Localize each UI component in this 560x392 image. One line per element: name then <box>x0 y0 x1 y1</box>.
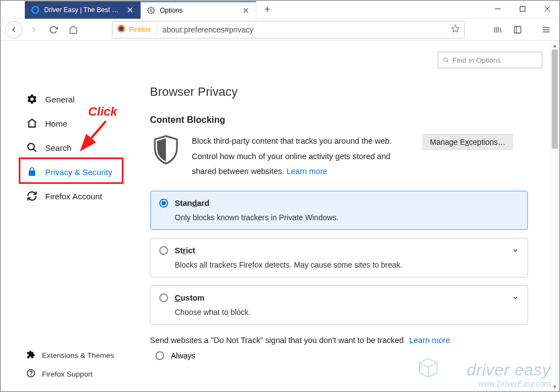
svg-rect-6 <box>514 26 521 33</box>
sidebar-label: Home <box>45 119 67 128</box>
dnt-option-always[interactable]: Always <box>155 351 528 360</box>
gear-icon <box>26 94 37 105</box>
sidebar-label: Privacy & Security <box>45 167 112 177</box>
content-blocking-intro: Block third-party content that tracks yo… <box>150 134 528 179</box>
firefox-icon <box>117 24 126 35</box>
close-icon[interactable] <box>241 6 250 15</box>
sidebar-label: Search <box>45 143 72 153</box>
svg-point-1 <box>150 9 152 12</box>
tab-label: Driver Easy | The Best Free Driv <box>44 6 122 14</box>
tab-options[interactable]: Options <box>141 1 256 19</box>
svg-point-4 <box>119 26 123 31</box>
annotation-click-label: Click <box>88 105 117 119</box>
puzzle-icon <box>26 350 35 361</box>
forward-button[interactable] <box>25 21 42 39</box>
option-title: Standard <box>175 199 209 208</box>
close-icon[interactable] <box>126 6 134 14</box>
option-title: Custom <box>175 293 204 302</box>
sync-icon <box>26 190 37 202</box>
tab-label: Options <box>160 7 238 14</box>
minimize-button[interactable] <box>485 1 510 17</box>
bookmark-star-icon[interactable] <box>451 24 460 35</box>
sidebar-item-privacy[interactable]: Privacy & Security <box>1 160 128 184</box>
option-title: Strict <box>175 246 195 255</box>
address-bar[interactable]: Firefox about:preferences#privacy <box>112 21 465 39</box>
option-description: Choose what to block. <box>175 308 519 317</box>
scroll-up-icon[interactable]: ▲ <box>551 41 559 50</box>
option-strict[interactable]: Strict Blocks all trackers Firefox detec… <box>150 238 528 277</box>
svg-point-8 <box>28 144 35 150</box>
learn-more-link[interactable]: Learn more <box>287 167 327 176</box>
sidebar-extensions[interactable]: Extensions & Themes <box>1 346 128 364</box>
radio-standard[interactable] <box>159 199 168 208</box>
svg-point-10 <box>31 375 31 375</box>
section-content-blocking: Content Blocking <box>150 115 528 125</box>
home-button[interactable] <box>64 21 82 39</box>
close-window-button[interactable] <box>535 1 559 17</box>
maximize-button[interactable] <box>510 1 535 17</box>
sidebar-item-account[interactable]: Firefox Account <box>1 184 128 208</box>
svg-line-11 <box>83 121 106 148</box>
content-frame: Find in Options General Home Search <box>1 41 559 391</box>
option-standard[interactable]: Standard Only blocks known trackers in P… <box>150 190 528 230</box>
search-icon <box>26 142 37 153</box>
options-sidebar: General Home Search Privacy & Security <box>1 41 128 391</box>
scroll-down-icon[interactable]: ▼ <box>551 382 559 391</box>
svg-marker-5 <box>451 25 459 32</box>
reload-button[interactable] <box>45 21 62 39</box>
divider <box>157 24 157 35</box>
toolbar: Firefox about:preferences#privacy <box>1 19 559 41</box>
back-button[interactable] <box>5 21 23 39</box>
radio-strict[interactable] <box>159 246 168 255</box>
scrollbar[interactable]: ▲ ▼ <box>550 41 559 391</box>
scrollbar-thumb[interactable] <box>552 50 558 149</box>
main-panel: Browser Privacy Content Blocking Block t… <box>128 41 550 391</box>
tab-favicon-drivereasy <box>31 6 40 14</box>
option-description: Blocks all trackers Firefox detects. May… <box>175 260 519 269</box>
library-icon[interactable] <box>489 21 507 39</box>
sidebar-label: General <box>45 95 74 104</box>
options-page: Find in Options General Home Search <box>1 41 550 391</box>
window-controls <box>485 1 559 19</box>
radio-label: Always <box>171 351 195 360</box>
option-description: Only blocks known trackers in Private Wi… <box>175 213 519 222</box>
radio-custom[interactable] <box>159 293 168 302</box>
menu-icon[interactable] <box>537 21 555 39</box>
tab-strip: Driver Easy | The Best Free Driv Options… <box>1 1 485 19</box>
title-bar: Driver Easy | The Best Free Driv Options… <box>1 1 559 19</box>
addressbar-brand: Firefox <box>129 25 151 34</box>
annotation-arrow-icon <box>77 118 110 156</box>
sidebar-toggle-icon[interactable] <box>509 21 526 39</box>
dnt-text: Send websites a "Do Not Track" signal th… <box>150 336 528 345</box>
sidebar-label: Firefox Account <box>45 192 102 201</box>
option-custom[interactable]: Custom Choose what to block. <box>150 285 528 325</box>
dnt-learn-more-link[interactable]: Learn more <box>409 336 450 345</box>
home-icon <box>26 118 37 129</box>
new-tab-button[interactable]: + <box>260 2 275 18</box>
svg-rect-2 <box>520 7 525 12</box>
svg-point-0 <box>32 7 39 13</box>
lock-icon <box>26 166 37 177</box>
shield-icon <box>150 134 182 165</box>
chevron-down-icon[interactable] <box>512 246 519 256</box>
sidebar-label: Extensions & Themes <box>42 351 114 360</box>
tab-driver-easy[interactable]: Driver Easy | The Best Free Driv <box>25 1 141 19</box>
sidebar-label: Firefox Support <box>42 370 93 378</box>
addressbar-url: about:preferences#privacy <box>163 25 451 34</box>
sidebar-support[interactable]: Firefox Support <box>1 364 128 383</box>
watermark-cube-icon <box>416 356 440 380</box>
chevron-down-icon[interactable] <box>512 293 519 303</box>
radio-always[interactable] <box>155 351 164 360</box>
help-icon <box>26 369 35 379</box>
page-title: Browser Privacy <box>150 85 528 99</box>
content-blocking-description: Block third-party content that tracks yo… <box>192 134 412 179</box>
manage-exceptions-button[interactable]: Manage Exceptions… <box>422 134 513 150</box>
gear-icon <box>147 6 155 15</box>
